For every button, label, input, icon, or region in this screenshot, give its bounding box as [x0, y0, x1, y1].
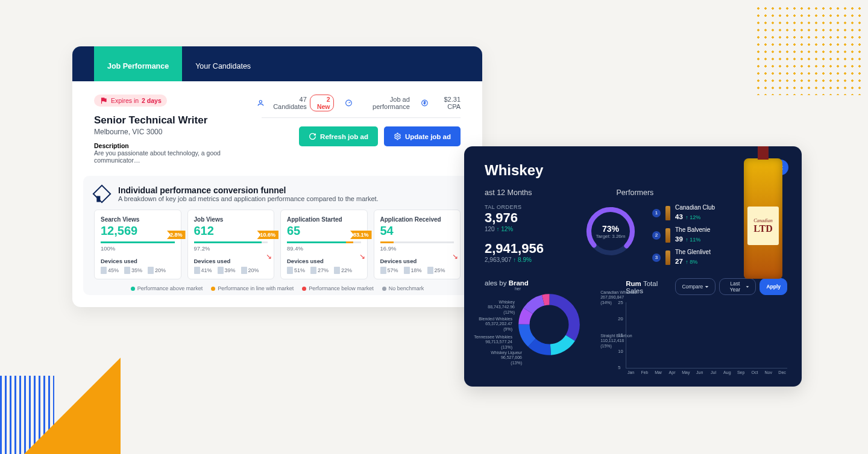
device-icon [404, 267, 410, 274]
performer-name: The Balvenie [675, 226, 710, 233]
compare-label: Compare [682, 284, 703, 290]
description-text: Are you passionate about technology, a g… [94, 149, 257, 164]
performer-delta: ↑ 11% [685, 237, 700, 243]
device-icon [148, 267, 154, 274]
xaxis-label: Apr [667, 370, 678, 375]
expires-value: 2 days [142, 97, 162, 104]
metric-label: Search Views [101, 216, 175, 223]
decoration-triangle [24, 358, 121, 454]
job-title: Senior Technical Writer [94, 114, 257, 126]
xaxis-label: Jun [694, 370, 705, 375]
device-icon [334, 267, 340, 274]
tab-your-candidates[interactable]: Your Candidates [182, 46, 264, 81]
tab-job-performance[interactable]: Job Performance [94, 46, 182, 81]
donut-label-other: her [473, 287, 521, 291]
perf-label: Job ad performance [355, 96, 409, 110]
decoration-dots [755, 5, 863, 95]
xaxis-label: Feb [640, 370, 650, 375]
performer-value: 43 [675, 213, 683, 220]
metric-value: 65 [287, 224, 361, 238]
funnel-metric-2: Application Started 65 83.1% 89.4% ↘ Dev… [280, 210, 368, 279]
device-share: 35% [124, 267, 142, 274]
funnel-metric-1: Job Views 612 10.6% 97.2% ↘ Devices used… [187, 210, 275, 279]
legend-above: Performance above market [137, 285, 203, 291]
kpi-revenue-delta: 8.9% [513, 257, 532, 263]
dollar-icon [421, 99, 429, 107]
brand-chart-title-b: Brand [509, 279, 529, 287]
funnel-title: Individual performance conversion funnel [118, 185, 379, 195]
cpa-metric: $2.31 CPA [421, 96, 461, 110]
brand-chart-title-a: ales by [485, 279, 509, 287]
donut-label-blended: Blended Whiskies65,372,202.47(9%) [464, 317, 512, 332]
kpi-revenue-sub: 2,963,907 [485, 257, 512, 263]
compare-dropdown[interactable]: Compare [675, 278, 715, 295]
device-share: 22% [334, 267, 352, 274]
gauge-icon [345, 99, 353, 107]
performer-delta: ↑ 12% [685, 214, 700, 220]
candidates-count[interactable]: 47 Candidates 2 New [257, 95, 333, 111]
whiskey-title: Whiskey [485, 162, 787, 179]
kpi-orders-sub: 120 [485, 226, 495, 232]
refresh-job-label: Refresh job ad [320, 133, 368, 140]
drop-arrow-icon: ↘ [452, 252, 458, 261]
device-share: 39% [218, 267, 236, 274]
device-share: 51% [287, 267, 305, 274]
update-job-button[interactable]: Update job ad [384, 126, 461, 146]
bottle-label-1: Canadian [753, 218, 773, 223]
donut-label-tennessee: Tennessee Whiskies98,713,577.24(13%) [464, 335, 512, 350]
xaxis-label: Mar [653, 370, 664, 375]
legend-below: Performance below market [309, 285, 374, 291]
job-performance-card: Job Performance Your Candidates Expires … [72, 46, 482, 307]
devices-label: Devices used [287, 258, 361, 264]
bottle-mini-icon [665, 250, 670, 265]
apply-button[interactable]: Apply [760, 278, 787, 295]
bottle-label-2: LTD [753, 223, 772, 234]
whiskey-dashboard-card: Whiskey ast 12 Months Performers TAL ORD… [464, 146, 802, 387]
period-dropdown[interactable]: Last Year [719, 278, 756, 295]
performer-name: Canadian Club [675, 204, 715, 211]
performer-rank: 3 [652, 253, 661, 262]
funnel-legend: Performance above market Performance in … [94, 285, 461, 291]
flag-icon [99, 96, 108, 105]
metric-pct: 89.4% [287, 245, 361, 252]
legend-inline: Performance in line with market [218, 285, 294, 291]
performer-value: 39 [675, 235, 683, 243]
performers-label: Performers [617, 188, 654, 197]
drop-arrow-icon: ↘ [359, 252, 365, 261]
devices-label: Devices used [194, 258, 268, 264]
metric-pct: 97.2% [194, 245, 268, 252]
metric-value: 612 [194, 224, 268, 238]
device-icon [310, 267, 316, 274]
device-icon [287, 267, 293, 274]
device-share: 27% [310, 267, 329, 274]
performer-value: 27 [675, 258, 683, 265]
device-icon [101, 267, 107, 274]
svg-point-0 [260, 101, 262, 103]
xaxis-label: May [681, 370, 691, 375]
devices-label: Devices used [380, 258, 454, 264]
refresh-job-button[interactable]: Refresh job ad [299, 126, 378, 146]
brand-chart-title: ales by Brand [485, 279, 614, 287]
donut-label-liqueur: Whiskey Liqueur96,527,606(13%) [474, 350, 522, 365]
xaxis-label: Sep [736, 370, 746, 375]
kpi-orders-label: TAL ORDERS [485, 204, 569, 210]
expires-pill: Expires in 2 days [94, 95, 167, 107]
device-icon [194, 267, 200, 274]
cpa-value: $2.31 CPA [432, 96, 461, 110]
device-icon [241, 267, 247, 274]
candidates-text: 47 Candidates [268, 96, 307, 110]
performer-rank: 2 [652, 231, 661, 240]
device-icon [380, 267, 386, 274]
perf-link[interactable]: Job ad performance [345, 96, 410, 110]
donut-label-whiskey: Whiskey88,743,742.96(12%) [467, 300, 515, 315]
xaxis-label: Aug [722, 370, 732, 375]
xaxis-label: Dec [777, 370, 787, 375]
device-share: 18% [404, 267, 422, 274]
bottle-mini-icon [665, 206, 670, 220]
metric-value: 12,569 [101, 224, 175, 238]
expires-label: Expires in [111, 97, 139, 104]
metric-value: 54 [380, 224, 454, 238]
last-12-months-label: ast 12 Months [485, 188, 532, 197]
xaxis-label: Oct [750, 370, 760, 375]
xaxis-label: Jul [708, 370, 719, 375]
